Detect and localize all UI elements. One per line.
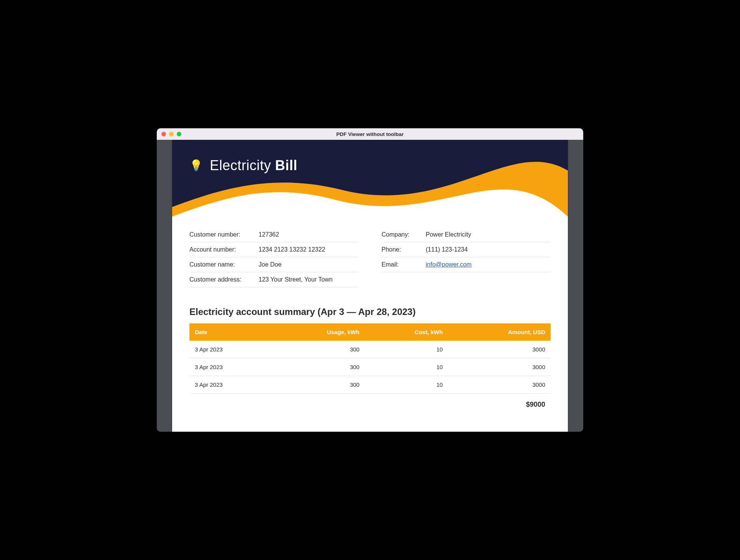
info-row: Company: Power Electricity	[382, 227, 551, 242]
info-row: Email: info@power.com	[382, 257, 551, 272]
info-row: Account number: 1234 2123 13232 12322	[189, 242, 358, 257]
info-row: Customer number: 127362	[189, 227, 358, 242]
cell-amount: 3000	[448, 358, 551, 376]
info-label: Customer number:	[189, 231, 259, 238]
col-date: Date	[189, 323, 272, 341]
info-value: Power Electricity	[426, 231, 551, 238]
cell-date: 3 Apr 2023	[189, 358, 272, 376]
company-email-link[interactable]: info@power.com	[426, 261, 471, 268]
info-value: info@power.com	[426, 261, 551, 268]
info-label: Customer address:	[189, 276, 259, 283]
info-value: 127362	[259, 231, 358, 238]
info-value: (111) 123-1234	[426, 246, 551, 253]
info-label: Company:	[382, 231, 426, 238]
cell-usage: 300	[272, 341, 365, 358]
table-header-row: Date Usage, kWh Cost, kWh Amount, USD	[189, 323, 551, 341]
bill-header: 💡 Electricity Bill	[172, 140, 568, 217]
cell-date: 3 Apr 2023	[189, 376, 272, 394]
minimize-icon[interactable]	[169, 132, 174, 136]
cell-amount: 3000	[448, 341, 551, 358]
info-value: 1234 2123 13232 12322	[259, 246, 358, 253]
traffic-lights	[157, 132, 181, 136]
company-info: Company: Power Electricity Phone: (111) …	[382, 227, 551, 287]
cell-usage: 300	[272, 376, 365, 394]
info-label: Email:	[382, 261, 426, 268]
header-wave-graphic	[172, 140, 568, 217]
summary-table-wrap: Date Usage, kWh Cost, kWh Amount, USD 3 …	[172, 323, 568, 414]
info-row: Phone: (111) 123-1234	[382, 242, 551, 257]
info-row: Customer address: 123 Your Street, Your …	[189, 272, 358, 287]
col-usage: Usage, kWh	[272, 323, 365, 341]
cell-cost: 10	[365, 376, 448, 394]
window-title: PDF Viewer without toolbar	[157, 131, 583, 137]
lightbulb-icon: 💡	[189, 160, 203, 171]
cell-cost: 10	[365, 358, 448, 376]
cell-usage: 300	[272, 358, 365, 376]
total-row: $9000	[189, 394, 551, 414]
pdf-viewer[interactable]: 💡 Electricity Bill Customer number: 1273…	[157, 140, 583, 432]
info-label: Phone:	[382, 246, 426, 253]
titlebar[interactable]: PDF Viewer without toolbar	[157, 128, 583, 140]
info-section: Customer number: 127362 Account number: …	[172, 217, 568, 287]
cell-cost: 10	[365, 341, 448, 358]
col-amount: Amount, USD	[448, 323, 551, 341]
pdf-page: 💡 Electricity Bill Customer number: 1273…	[172, 140, 568, 432]
total-amount: $9000	[448, 394, 551, 414]
summary-table: Date Usage, kWh Cost, kWh Amount, USD 3 …	[189, 323, 551, 414]
bill-title: Electricity Bill	[210, 157, 297, 174]
table-row: 3 Apr 2023 300 10 3000	[189, 376, 551, 394]
info-label: Customer name:	[189, 261, 259, 268]
cell-date: 3 Apr 2023	[189, 341, 272, 358]
close-icon[interactable]	[161, 132, 166, 136]
info-value: Joe Doe	[259, 261, 358, 268]
info-row: Customer name: Joe Doe	[189, 257, 358, 272]
customer-info: Customer number: 127362 Account number: …	[189, 227, 358, 287]
info-value: 123 Your Street, Your Town	[259, 276, 358, 283]
cell-amount: 3000	[448, 376, 551, 394]
table-row: 3 Apr 2023 300 10 3000	[189, 358, 551, 376]
summary-title: Electricity account summary (Apr 3 — Apr…	[172, 287, 568, 323]
bill-title-block: 💡 Electricity Bill	[189, 157, 297, 174]
info-label: Account number:	[189, 246, 259, 253]
bill-title-bold: Bill	[275, 157, 297, 173]
col-cost: Cost, kWh	[365, 323, 448, 341]
table-row: 3 Apr 2023 300 10 3000	[189, 341, 551, 358]
bill-title-prefix: Electricity	[210, 157, 275, 173]
app-window: PDF Viewer without toolbar 💡 Electricity…	[157, 128, 583, 432]
fullscreen-icon[interactable]	[177, 132, 181, 136]
